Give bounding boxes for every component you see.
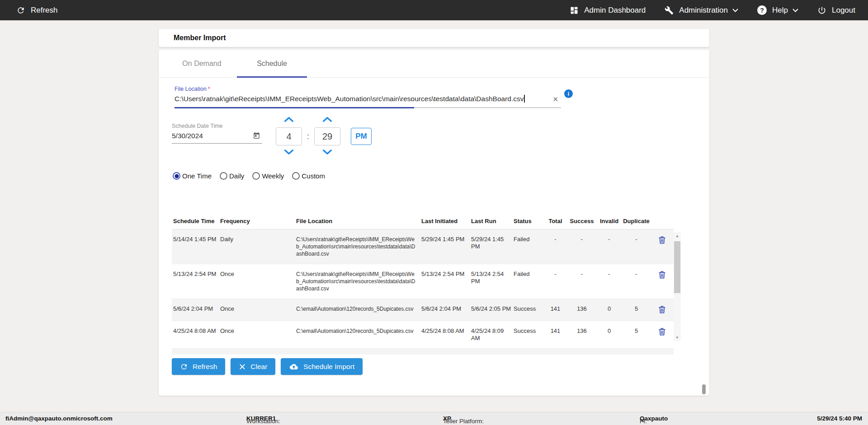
frequency-radio-group: One Time Daily Weekly Custom	[173, 172, 325, 180]
teller-platform-info: Teller Platform: XP	[443, 415, 451, 422]
minute-up-button[interactable]	[322, 117, 333, 124]
help-icon: ?	[757, 5, 767, 15]
file-location-input[interactable]: C:\Users\ratnak\git\eReceipts\IMM_ERecei…	[175, 95, 524, 103]
schedule-date-field: Schedule Date Time 5/30/2024	[172, 123, 262, 144]
administration-menu[interactable]: Administration	[665, 6, 738, 15]
tab-schedule[interactable]: Schedule	[237, 50, 307, 77]
cell-total: 141	[543, 321, 567, 348]
admin-dashboard-label: Admin Dashboard	[584, 6, 646, 15]
scroll-down-arrow-icon[interactable]: ▼	[674, 334, 681, 341]
hour-input[interactable]: 4	[276, 127, 302, 145]
scroll-up-arrow-icon[interactable]: ▲	[674, 232, 681, 239]
cell-success: -	[567, 264, 596, 299]
radio-daily[interactable]: Daily	[220, 172, 244, 180]
date-underline	[172, 143, 262, 144]
topbar-refresh-button[interactable]: Refresh	[16, 6, 58, 15]
required-marker: *	[208, 86, 210, 92]
radio-icon	[173, 172, 180, 180]
cell-invalid: 0	[596, 299, 622, 321]
active-tab-indicator	[237, 76, 307, 78]
cell-invalid: 0	[596, 321, 622, 348]
cell-total: 141	[543, 299, 567, 321]
column-header-status: Status	[514, 218, 543, 229]
card-scrollbar-thumb[interactable]	[702, 384, 706, 394]
power-icon	[817, 6, 826, 15]
vertical-scrollbar[interactable]: ▲ ▼	[674, 232, 681, 341]
minute-down-button[interactable]	[322, 149, 333, 156]
delete-row-button[interactable]	[658, 271, 666, 280]
tab-on-demand[interactable]: On Demand	[167, 50, 237, 77]
topbar-refresh-label: Refresh	[31, 6, 58, 15]
cell-status: Failed	[514, 229, 543, 264]
radio-one-time[interactable]: One Time	[173, 172, 212, 180]
dashboard-icon	[570, 6, 579, 15]
horizontal-scrollbar[interactable]	[172, 349, 674, 355]
cloud-upload-icon	[289, 363, 299, 371]
column-header-frequency: Frequency	[220, 218, 296, 229]
cell-duplicate: 5	[622, 321, 651, 348]
clear-x-icon[interactable]: ✕	[552, 95, 558, 103]
table-row: 4/25/24 8:08 AM Once C:\email\Automation…	[172, 321, 674, 349]
radio-weekly[interactable]: Weekly	[252, 172, 284, 180]
chevron-up-icon	[283, 117, 294, 124]
time-separator: :	[307, 132, 309, 141]
page-header-card: Member Import	[159, 29, 709, 47]
cell-file-location: C:\Users\ratnak\git\eReceipts\IMM_ERecei…	[296, 264, 421, 299]
cell-last-run: 5/29/24 1:45 PM	[471, 229, 514, 264]
help-menu[interactable]: ? Help	[757, 5, 798, 15]
cell-duplicate: 5	[622, 299, 651, 321]
delete-row-button[interactable]	[658, 236, 666, 245]
clear-button[interactable]: Clear	[231, 358, 275, 375]
table-body: 5/14/24 1:45 PM Daily C:\Users\ratnak\gi…	[172, 229, 674, 349]
trash-icon	[658, 331, 666, 337]
file-location-field: File Location* C:\Users\ratnak\git\eRece…	[175, 86, 581, 108]
text-cursor	[524, 95, 525, 103]
cell-success: 136	[567, 299, 596, 321]
top-navigation-bar: Refresh Admin Dashboard Administration ?…	[0, 0, 868, 20]
file-location-label: File Location*	[175, 86, 581, 92]
radio-icon	[292, 172, 300, 180]
chevron-up-icon	[322, 117, 333, 124]
radio-custom[interactable]: Custom	[292, 172, 325, 180]
schedule-import-button[interactable]: Schedule Import	[281, 358, 363, 375]
chevron-down-icon	[793, 9, 798, 12]
cell-status: Success	[514, 299, 543, 321]
cell-file-location: C:\email\Automation\120records_5Dupicate…	[296, 299, 421, 321]
status-footer: fiAdmin@qaxpauto.onmicrosoft.com Worksta…	[0, 412, 868, 425]
cell-frequency: Once	[220, 264, 296, 299]
input-underline	[175, 107, 561, 108]
trash-icon	[658, 239, 666, 246]
chevron-down-icon	[322, 149, 333, 156]
logout-button[interactable]: Logout	[817, 6, 855, 15]
cell-actions	[651, 264, 673, 299]
cell-schedule-time: 5/6/24 2:04 PM	[173, 299, 220, 321]
hour-up-button[interactable]	[283, 117, 294, 124]
cell-total: -	[543, 264, 567, 299]
cell-schedule-time: 5/14/24 1:45 PM	[173, 229, 220, 264]
column-header-last-run: Last Run	[471, 218, 514, 229]
cell-last-run: 5/6/24 2:05 PM	[471, 299, 514, 321]
footer-datetime: 5/29/24 5:40 PM	[817, 415, 862, 422]
trash-icon	[658, 308, 666, 315]
cell-schedule-time: 4/25/24 8:08 AM	[173, 321, 220, 348]
meridiem-toggle[interactable]: PM	[351, 128, 372, 145]
delete-row-button[interactable]	[658, 327, 666, 336]
cell-last-initiated: 4/25/24 8:08 AM	[421, 321, 471, 348]
member-import-card: On Demand Schedule File Location* C:\Use…	[159, 50, 709, 396]
workstation-info: Workstation: KURRER1	[246, 415, 276, 422]
minute-input[interactable]: 29	[314, 127, 340, 145]
refresh-button[interactable]: Refresh	[172, 358, 225, 375]
calendar-icon[interactable]	[253, 132, 260, 141]
schedule-date-input[interactable]: 5/30/2024	[172, 132, 203, 140]
delete-row-button[interactable]	[658, 305, 666, 314]
info-icon[interactable]: i	[564, 89, 573, 98]
chevron-down-icon	[283, 149, 294, 156]
cell-duplicate: -	[622, 229, 651, 264]
column-header-file-location: File Location	[296, 218, 421, 229]
action-button-row: Refresh Clear Schedule Import	[172, 358, 363, 375]
admin-dashboard-button[interactable]: Admin Dashboard	[570, 6, 646, 15]
hour-down-button[interactable]	[283, 149, 294, 156]
tab-bar: On Demand Schedule	[159, 50, 709, 78]
cell-last-initiated: 5/29/24 1:45 PM	[421, 229, 471, 264]
scrollbar-thumb[interactable]	[674, 241, 680, 293]
